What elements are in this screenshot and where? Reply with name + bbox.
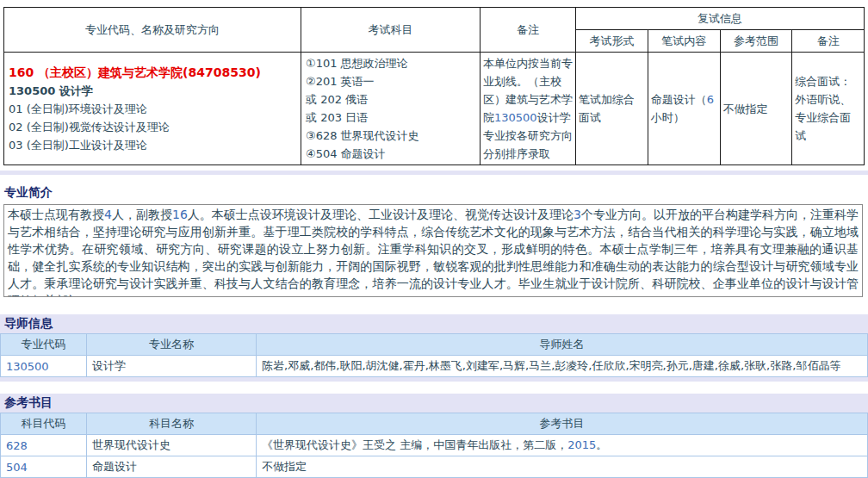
header-retest-form: 考试形式 <box>576 30 648 53</box>
subject-line: ④504 命题设计 <box>306 145 477 163</box>
tutors-header-major: 专业名称 <box>87 334 257 356</box>
retest-note-cell: 综合面试：外语听说、专业综合面试 <box>792 53 865 165</box>
tutors-header-names: 导师姓名 <box>257 334 868 356</box>
tutors-section-title: 导师信息 <box>0 314 868 333</box>
direction-line: 02 (全日制)视觉传达设计及理论 <box>9 118 298 136</box>
intro-text: 本硕士点现有教授4人，副教授16人。本硕士点设环境设计及理论、工业设计及理论、视… <box>3 204 863 297</box>
tutors-section: 导师信息 专业代码 专业名称 导师姓名 130500 设计学 陈岩,邓威,都伟,… <box>0 314 868 382</box>
books-section-title: 参考书目 <box>0 394 868 413</box>
books-header-subject: 科目名称 <box>87 413 257 435</box>
table-row: 130500 设计学 陈岩,邓威,都伟,耿阳,胡沈健,霍丹,林墨飞,刘建军,马辉… <box>1 356 868 377</box>
subject-line: ③628 世界现代设计史 <box>306 127 477 145</box>
table-row: 504 命题设计 不做指定 <box>1 456 868 478</box>
major-cell: 160 （主校区）建筑与艺术学院(84708530) 130500 设计学 01… <box>4 53 301 165</box>
major-line: 130500 设计学 <box>9 82 298 100</box>
tutors-table: 专业代码 专业名称 导师姓名 130500 设计学 陈岩,邓威,都伟,耿阳,胡沈… <box>0 333 868 377</box>
note-cell: 本单位内按当前专业划线。（主校区）建筑与艺术学院130500设计学专业按各研究方… <box>480 53 576 165</box>
book-subject-name: 命题设计 <box>87 456 257 478</box>
retest-scope-cell: 不做指定 <box>720 53 792 165</box>
tutors-names: 陈岩,邓威,都伟,耿阳,胡沈健,霍丹,林墨飞,刘建军,马辉,马兰,彭凌玲,任欣欣… <box>257 356 868 377</box>
tutors-header-code: 专业代码 <box>1 334 87 356</box>
header-exam-subjects: 考试科目 <box>301 8 480 53</box>
book-reference: 不做指定 <box>257 456 868 478</box>
book-subject-code: 504 <box>1 456 87 478</box>
tutors-major-name: 设计学 <box>87 356 257 377</box>
header-retest-note: 备注 <box>792 30 865 53</box>
book-subject-name: 世界现代设计史 <box>87 435 257 456</box>
book-subject-code: 628 <box>1 435 87 456</box>
subject-line: ②201 英语一 <box>306 72 477 90</box>
header-retest-scope: 参考范围 <box>720 30 792 53</box>
admission-table: 专业代码、名称及研究方向 考试科目 备注 复试信息 考试形式 笔试内容 参考范围… <box>3 7 865 165</box>
subject-line: 或 203 日语 <box>306 109 477 127</box>
college-line: 160 （主校区）建筑与艺术学院(84708530) <box>9 64 298 82</box>
header-retest-written: 笔试内容 <box>648 30 720 53</box>
header-retest-info: 复试信息 <box>576 8 865 30</box>
books-header-reference: 参考书目 <box>257 413 868 435</box>
books-header-code: 科目代码 <box>1 413 87 435</box>
book-reference: 《世界现代设计史》王受之 主编，中国青年出版社，第二版，2015。 <box>257 435 868 456</box>
direction-line: 01 (全日制)环境设计及理论 <box>9 100 298 118</box>
books-section: 参考书目 科目代码 科目名称 参考书目 628 世界现代设计史 《世界现代设计史… <box>0 394 868 478</box>
section-divider <box>0 171 868 175</box>
exam-subjects-cell: ①101 思想政治理论 ②201 英语一 或 202 俄语 或 203 日语 ③… <box>301 53 480 165</box>
subject-line: 或 202 俄语 <box>306 90 477 109</box>
retest-written-cell: 命题设计（6小时） <box>648 53 720 165</box>
header-note: 备注 <box>480 8 576 53</box>
books-table: 科目代码 科目名称 参考书目 628 世界现代设计史 《世界现代设计史》王受之 … <box>0 413 868 478</box>
subject-line: ①101 思想政治理论 <box>306 54 477 72</box>
table-row: 628 世界现代设计史 《世界现代设计史》王受之 主编，中国青年出版社，第二版，… <box>1 435 868 456</box>
intro-section-title: 专业简介 <box>0 183 868 202</box>
tutors-major-code: 130500 <box>1 356 87 377</box>
retest-form-cell: 笔试加综合面试 <box>576 53 648 165</box>
direction-line: 03 (全日制)工业设计及理论 <box>9 136 298 154</box>
header-major-code: 专业代码、名称及研究方向 <box>4 8 301 53</box>
